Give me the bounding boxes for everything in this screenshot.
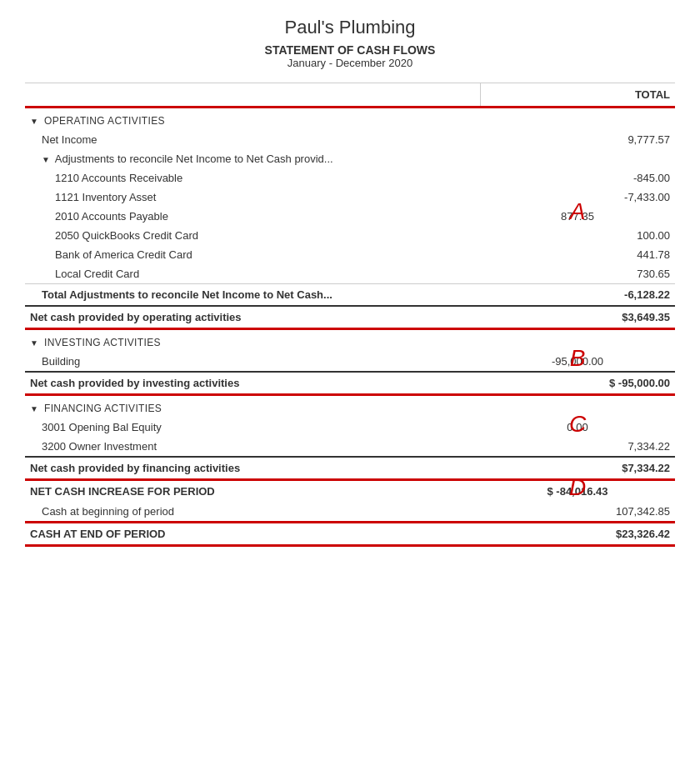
opening-bal-equity-label: 3001 Opening Bal Equity (25, 418, 480, 437)
annotation-b: B (570, 345, 586, 372)
net-cash-increase-label: NET CASH INCREASE FOR PERIOD (25, 481, 480, 502)
net-cash-investing-value: $ -95,000.00 (480, 372, 675, 395)
label-column-header (25, 83, 480, 108)
adjustments-subheader-value (480, 149, 675, 168)
annotation-c: C (569, 411, 586, 438)
cash-beginning-label: Cash at beginning of period (25, 502, 480, 523)
net-income-row: Net Income 9,777.57 (25, 130, 675, 149)
owner-investment-row: 3200 Owner Investment 7,334.22 (25, 437, 675, 457)
report-header: Paul's Plumbing STATEMENT OF CASH FLOWS … (25, 17, 675, 69)
quickbooks-credit-card-label: 2050 QuickBooks Credit Card (25, 226, 480, 245)
total-adjustments-label: Total Adjustments to reconcile Net Incom… (25, 284, 480, 307)
cash-beginning-value: 107,342.85 (480, 502, 675, 523)
adjustments-arrow-icon[interactable]: ▼ (42, 155, 50, 164)
accounts-receivable-value: -845.00 (480, 168, 675, 188)
financing-arrow-icon[interactable]: ▼ (30, 404, 38, 413)
total-adjustments-row: Total Adjustments to reconcile Net Incom… (25, 284, 675, 307)
adjustments-subheader-row: ▼ Adjustments to reconcile Net Income to… (25, 149, 675, 168)
local-credit-card-label: Local Credit Card (25, 264, 480, 284)
company-name: Paul's Plumbing (25, 17, 675, 38)
operating-section-header: ▼ OPERATING ACTIVITIES (25, 108, 675, 130)
net-cash-increase-row: NET CASH INCREASE FOR PERIOD D $ -84,016… (25, 481, 675, 502)
total-column-header: TOTAL (480, 83, 675, 108)
report-title: STATEMENT OF CASH FLOWS (25, 43, 675, 57)
cash-flow-table: TOTAL ▼ OPERATING ACTIVITIES (25, 83, 675, 547)
building-row: Building B -95,000.00 (25, 352, 675, 372)
owner-investment-label: 3200 Owner Investment (25, 437, 480, 457)
cash-end-label: CASH AT END OF PERIOD (25, 523, 480, 546)
opening-bal-equity-value-cell: C 0.00 (480, 418, 675, 437)
investing-arrow-icon[interactable]: ▼ (30, 338, 38, 348)
bofa-credit-card-label: Bank of America Credit Card (25, 245, 480, 264)
local-credit-card-value: 730.65 (480, 264, 675, 284)
cash-beginning-row: Cash at beginning of period 107,342.85 (25, 502, 675, 523)
bofa-credit-card-value: 441.78 (480, 245, 675, 264)
total-adjustments-value: -6,128.22 (480, 284, 675, 307)
building-value-cell: B -95,000.00 (480, 352, 675, 372)
annotation-d: D (569, 474, 586, 501)
accounts-receivable-label: 1210 Accounts Receivable (25, 168, 480, 188)
net-income-label: Net Income (25, 130, 480, 149)
net-cash-financing-label: Net cash provided by financing activitie… (25, 457, 480, 480)
adjustments-subheader-label: ▼ Adjustments to reconcile Net Income to… (25, 149, 480, 168)
accounts-receivable-row: 1210 Accounts Receivable -845.00 (25, 168, 675, 188)
local-credit-card-row: Local Credit Card 730.65 (25, 264, 675, 284)
report-period: January - December 2020 (25, 57, 675, 69)
opening-bal-equity-row: 3001 Opening Bal Equity C 0.00 (25, 418, 675, 437)
operating-section-total (480, 108, 675, 130)
quickbooks-credit-card-row: 2050 QuickBooks Credit Card 100.00 (25, 226, 675, 245)
net-cash-increase-value-cell: D $ -84,016.43 (480, 481, 675, 502)
quickbooks-credit-card-value: 100.00 (480, 226, 675, 245)
operating-arrow-icon[interactable]: ▼ (30, 117, 38, 126)
bofa-credit-card-row: Bank of America Credit Card 441.78 (25, 245, 675, 264)
inventory-asset-label: 1121 Inventory Asset (25, 188, 480, 207)
financing-section-label: ▼ FINANCING ACTIVITIES (25, 396, 480, 418)
net-cash-investing-row: Net cash provided by investing activitie… (25, 372, 675, 395)
building-label: Building (25, 352, 480, 372)
net-cash-operating-row: Net cash provided by operating activitie… (25, 306, 675, 329)
net-income-value: 9,777.57 (480, 130, 675, 149)
net-cash-operating-label: Net cash provided by operating activitie… (25, 306, 480, 329)
accounts-payable-label: 2010 Accounts Payable (25, 207, 480, 226)
net-cash-operating-value: $3,649.35 (480, 306, 675, 329)
annotation-a: A (570, 198, 586, 225)
accounts-payable-value-cell: A 877.35 (480, 207, 675, 226)
table-header-row: TOTAL (25, 83, 675, 108)
investing-section-label: ▼ INVESTING ACTIVITIES (25, 330, 480, 352)
owner-investment-value: 7,334.22 (480, 437, 675, 457)
operating-section-label: ▼ OPERATING ACTIVITIES (25, 108, 480, 130)
cash-end-value: $23,326.42 (480, 523, 675, 546)
net-cash-investing-label: Net cash provided by investing activitie… (25, 372, 480, 395)
cash-end-row: CASH AT END OF PERIOD $23,326.42 (25, 523, 675, 546)
accounts-payable-row: 2010 Accounts Payable A 877.35 (25, 207, 675, 226)
